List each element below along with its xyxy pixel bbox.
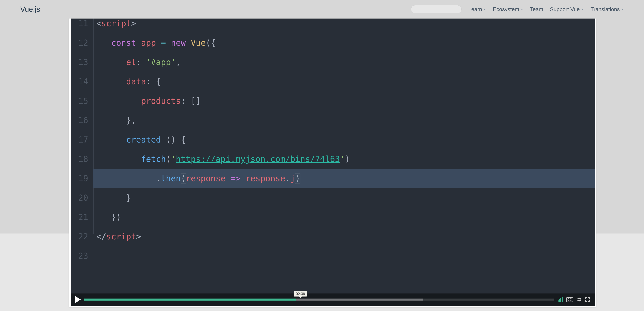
nav-learn-label: Learn bbox=[468, 6, 482, 12]
code-line: fetch('https://api.myjson.com/bins/74l63… bbox=[93, 149, 594, 169]
nav-support-label: Support Vue bbox=[550, 6, 580, 12]
line-number: 14 bbox=[71, 72, 88, 91]
code-line: const app = new Vue({ bbox=[93, 33, 594, 52]
progress-bar[interactable]: 02:39 bbox=[84, 299, 554, 301]
nav-ecosystem[interactable]: Ecosystem bbox=[493, 6, 523, 12]
line-gutter: 11121314151617181920212223 bbox=[71, 14, 93, 294]
code-line: }) bbox=[93, 208, 594, 227]
site-logo[interactable]: Vue.js bbox=[20, 5, 40, 13]
nav-translations[interactable]: Translations bbox=[590, 6, 624, 12]
line-number: 19 bbox=[71, 169, 88, 188]
nav-learn[interactable]: Learn bbox=[468, 6, 486, 12]
chevron-down-icon bbox=[581, 8, 584, 10]
code-line: </script> bbox=[93, 227, 594, 246]
video-frame: 11121314151617181920212223 <script> cons… bbox=[69, 10, 596, 307]
line-number: 17 bbox=[71, 130, 88, 149]
line-number: 12 bbox=[71, 33, 88, 52]
line-number: 22 bbox=[71, 227, 88, 246]
search-input[interactable] bbox=[411, 5, 462, 13]
code-content: <script> const app = new Vue({ el: '#app… bbox=[93, 14, 594, 294]
line-number: 20 bbox=[71, 188, 88, 208]
nav-team[interactable]: Team bbox=[530, 6, 543, 12]
line-number: 16 bbox=[71, 111, 88, 130]
volume-icon[interactable] bbox=[558, 297, 562, 302]
chevron-down-icon bbox=[621, 8, 624, 10]
chevron-down-icon bbox=[520, 8, 523, 10]
nav-bar: Learn Ecosystem Team Support Vue Transla… bbox=[411, 5, 624, 13]
nav-translations-label: Translations bbox=[590, 6, 620, 12]
settings-icon[interactable] bbox=[577, 297, 582, 302]
chevron-down-icon bbox=[483, 8, 486, 10]
code-line: products: [] bbox=[93, 91, 594, 111]
code-line: el: '#app', bbox=[93, 52, 594, 72]
nav-team-label: Team bbox=[530, 6, 543, 12]
line-number: 18 bbox=[71, 149, 88, 169]
right-controls: CC bbox=[558, 297, 590, 302]
code-line: data: { bbox=[93, 72, 594, 91]
nav-ecosystem-label: Ecosystem bbox=[493, 6, 519, 12]
code-line bbox=[93, 246, 594, 266]
code-line: }, bbox=[93, 111, 594, 130]
line-number: 13 bbox=[71, 52, 88, 72]
time-tooltip: 02:39 bbox=[294, 291, 307, 297]
line-number: 15 bbox=[71, 91, 88, 111]
video-controls: 02:39 CC bbox=[71, 294, 594, 306]
code-line: .then(response => response.j) bbox=[93, 169, 594, 188]
captions-button[interactable]: CC bbox=[566, 297, 573, 302]
progress-played bbox=[84, 299, 296, 301]
line-number: 23 bbox=[71, 246, 88, 266]
nav-support[interactable]: Support Vue bbox=[550, 6, 584, 12]
code-line: created () { bbox=[93, 130, 594, 149]
play-button[interactable] bbox=[75, 296, 81, 303]
video-content: 11121314151617181920212223 <script> cons… bbox=[71, 11, 594, 306]
line-number: 21 bbox=[71, 208, 88, 227]
site-header: Vue.js Learn Ecosystem Team Support Vue … bbox=[0, 0, 644, 18]
code-line: } bbox=[93, 188, 594, 208]
code-editor: 11121314151617181920212223 <script> cons… bbox=[71, 11, 594, 294]
fullscreen-icon[interactable] bbox=[585, 297, 590, 302]
